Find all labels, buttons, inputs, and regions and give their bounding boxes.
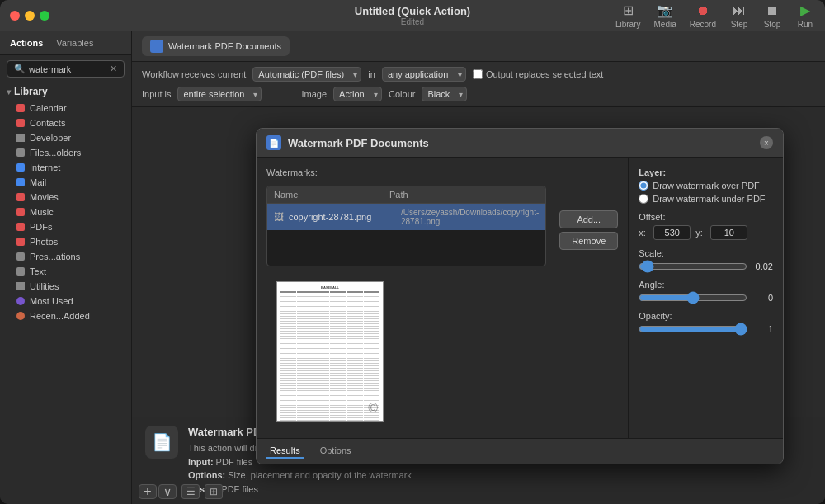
footer-tab-results[interactable]: Results — [266, 444, 304, 459]
any-application-select[interactable]: any application — [382, 67, 466, 82]
sidebar-item-music[interactable]: Music — [0, 205, 131, 219]
minimize-button[interactable] — [25, 11, 35, 21]
table-and-buttons: Name Path 🖼 copyright-28781.png /Users/z… — [266, 186, 618, 266]
sidebar-item-files-folders[interactable]: Files...olders — [0, 145, 131, 160]
maximize-button[interactable] — [40, 11, 50, 21]
preview-area: BASEBALL — [266, 275, 618, 428]
sidebar-item-contacts[interactable]: Contacts — [0, 115, 131, 130]
pdf-table-row — [280, 343, 380, 344]
watermarks-label: Watermarks: — [266, 167, 618, 177]
clear-search-icon[interactable]: ✕ — [110, 64, 117, 74]
dialog-title-text: Watermark PDF Documents — [288, 137, 429, 149]
layer-label: Layer: — [639, 167, 773, 177]
colour-select[interactable]: Black — [422, 87, 467, 101]
image-wrapper[interactable]: Action — [333, 87, 382, 101]
tab-variables[interactable]: Variables — [53, 36, 97, 49]
sidebar-item-calendar[interactable]: Calendar — [0, 101, 131, 115]
files-dot-icon — [16, 148, 25, 157]
remove-item-button[interactable]: ∨ — [158, 484, 177, 499]
offset-y-input[interactable] — [710, 225, 747, 240]
movies-dot-icon — [16, 193, 25, 201]
grid-view-button[interactable]: ⊞ — [205, 484, 223, 499]
automatic-pdf-wrapper[interactable]: Automatic (PDF files) — [252, 67, 361, 82]
pdf-table-row — [280, 338, 380, 339]
remove-button[interactable]: Remove — [559, 232, 618, 250]
step-button[interactable]: ⏭ Step — [729, 3, 749, 29]
footer-tab-options[interactable]: Options — [317, 444, 355, 459]
pdf-table-row — [280, 388, 380, 389]
pdf-table-row — [280, 313, 380, 314]
pdf-table-row — [280, 363, 380, 364]
workflow-item-pill[interactable]: Watermark PDF Documents — [142, 36, 290, 56]
pdf-table-row — [280, 412, 380, 413]
opacity-slider[interactable] — [639, 324, 747, 334]
pdf-table-row — [280, 410, 380, 411]
record-button[interactable]: ⏺ Record — [690, 3, 716, 29]
sidebar-tabs: Actions Variables — [0, 31, 131, 55]
output-replaces-checkbox[interactable] — [473, 69, 483, 79]
image-select[interactable]: Action — [333, 87, 382, 101]
sidebar-item-pdfs[interactable]: PDFs — [0, 219, 131, 234]
sidebar-item-mail[interactable]: Mail — [0, 175, 131, 190]
pdf-table-row — [280, 353, 380, 354]
pdf-table-row — [280, 373, 380, 374]
text-dot-icon — [16, 267, 25, 276]
scale-slider[interactable] — [639, 261, 747, 271]
pdf-table-row — [280, 296, 380, 297]
dialog-footer: Results Options — [257, 438, 783, 464]
presentations-dot-icon — [16, 252, 25, 261]
workflow-header: Watermark PDF Documents — [132, 31, 825, 62]
input-is-select[interactable]: entire selection — [177, 87, 262, 101]
library-button[interactable]: ⊞ Library — [615, 3, 641, 29]
sidebar-item-presentations[interactable]: Pres...ations — [0, 249, 131, 264]
sidebar-item-developer[interactable]: Developer — [0, 130, 131, 145]
media-button[interactable]: 📷 Media — [654, 3, 676, 29]
pdf-title-preview: BASEBALL — [280, 285, 380, 290]
toolbar-right: ⊞ Library 📷 Media ⏺ Record ⏭ Step ⏹ Stop… — [615, 3, 815, 29]
angle-slider[interactable] — [639, 293, 747, 303]
add-button[interactable]: Add... — [559, 210, 618, 228]
dialog-title-area: 📄 Watermark PDF Documents — [266, 135, 429, 150]
dialog-close-button[interactable]: × — [760, 136, 773, 149]
pdf-table-row — [280, 311, 380, 312]
sidebar-item-most-used[interactable]: Most Used — [0, 294, 131, 309]
automatic-pdf-select[interactable]: Automatic (PDF files) — [252, 67, 361, 82]
close-button[interactable] — [10, 11, 20, 21]
sidebar-items-list: ▾ Library Calendar Contacts Developer — [0, 82, 131, 504]
sidebar-group-library[interactable]: ▾ Library — [0, 82, 131, 101]
add-item-button[interactable]: + — [139, 484, 157, 499]
pdf-table-row — [280, 375, 380, 376]
utilities-dot-icon — [16, 282, 25, 290]
chevron-down-icon: ▾ — [7, 87, 11, 97]
record-icon: ⏺ — [693, 3, 713, 18]
list-view-button[interactable]: ☰ — [182, 484, 200, 499]
sidebar-item-text[interactable]: Text — [0, 264, 131, 279]
angle-value: 0 — [752, 293, 773, 303]
any-application-wrapper[interactable]: any application — [382, 67, 466, 82]
layer-over-radio[interactable] — [639, 181, 648, 191]
sidebar-item-utilities[interactable]: Utilities — [0, 279, 131, 294]
scale-slider-row: 0.02 — [639, 261, 773, 271]
layer-under-radio[interactable] — [639, 194, 648, 204]
sidebar-item-recently-added[interactable]: Recen...Added — [0, 309, 131, 323]
colour-wrapper[interactable]: Black — [422, 87, 467, 101]
layer-over-radio-item[interactable]: Draw watermark over PDF — [639, 181, 773, 191]
pdf-table-row — [280, 323, 380, 324]
sidebar-item-photos[interactable]: Photos — [0, 234, 131, 249]
dialog-icon: 📄 — [266, 135, 281, 150]
sidebar-item-internet[interactable]: Internet — [0, 160, 131, 175]
layer-radio-group: Draw watermark over PDF Draw watermark u… — [639, 181, 773, 204]
run-button[interactable]: ▶ Run — [795, 3, 815, 29]
layer-under-radio-item[interactable]: Draw watermark under PDF — [639, 194, 773, 204]
stop-button[interactable]: ⏹ Stop — [762, 3, 782, 29]
tab-actions[interactable]: Actions — [7, 36, 46, 49]
input-is-wrapper[interactable]: entire selection — [177, 87, 262, 101]
search-input[interactable] — [29, 64, 106, 74]
watermark-row[interactable]: 🖼 copyright-28781.png /Users/zeyassh/Dow… — [267, 204, 545, 230]
sidebar-item-movies[interactable]: Movies — [0, 190, 131, 205]
offset-x-input[interactable] — [653, 225, 691, 240]
most-used-dot-icon — [16, 297, 25, 305]
watermark-dialog: 📄 Watermark PDF Documents × Watermarks: … — [256, 128, 784, 464]
opacity-value: 1 — [752, 324, 773, 334]
pdf-table-row — [280, 341, 380, 341]
